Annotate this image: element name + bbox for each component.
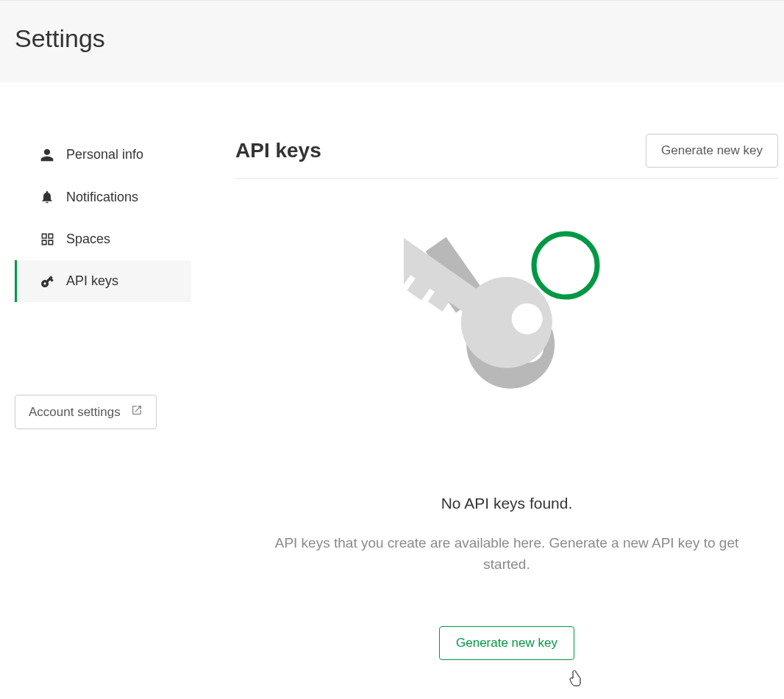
external-link-icon	[131, 404, 143, 420]
empty-state: No API keys found. API keys that you cre…	[235, 179, 778, 660]
sidebar-item-label: API keys	[66, 273, 118, 289]
sidebar-item-notifications[interactable]: Notifications	[15, 176, 191, 218]
sidebar-item-spaces[interactable]: Spaces	[15, 218, 191, 260]
sidebar-item-label: Notifications	[66, 190, 138, 205]
generate-key-button-center[interactable]: Generate new key	[439, 626, 574, 660]
keys-illustration	[404, 230, 610, 465]
sidebar-item-api-keys[interactable]: API keys	[15, 260, 191, 302]
empty-state-title: No API keys found.	[235, 495, 778, 512]
sidebar-item-personal-info[interactable]: Personal info	[15, 134, 191, 176]
sidebar-item-label: Personal info	[66, 147, 143, 162]
empty-state-description: API keys that you create are available h…	[264, 533, 749, 575]
sidebar-item-label: Spaces	[66, 232, 110, 247]
sidebar-nav: Personal info Notifications Spaces API k…	[15, 134, 191, 302]
account-settings-label: Account settings	[29, 405, 121, 420]
page-title: Settings	[15, 24, 769, 53]
content-area: Personal info Notifications Spaces API k…	[0, 82, 784, 660]
key-icon	[38, 274, 56, 289]
generate-key-button-top[interactable]: Generate new key	[646, 134, 778, 168]
main-header: API keys Generate new key	[235, 134, 778, 179]
grid-icon	[38, 232, 56, 246]
bell-icon	[38, 189, 56, 205]
account-settings-button[interactable]: Account settings	[15, 395, 157, 429]
page-header: Settings	[0, 0, 784, 82]
main-content: API keys Generate new key	[191, 134, 784, 660]
main-title: API keys	[235, 139, 321, 162]
sidebar: Personal info Notifications Spaces API k…	[0, 134, 191, 660]
person-icon	[38, 148, 56, 162]
svg-point-12	[534, 234, 597, 297]
